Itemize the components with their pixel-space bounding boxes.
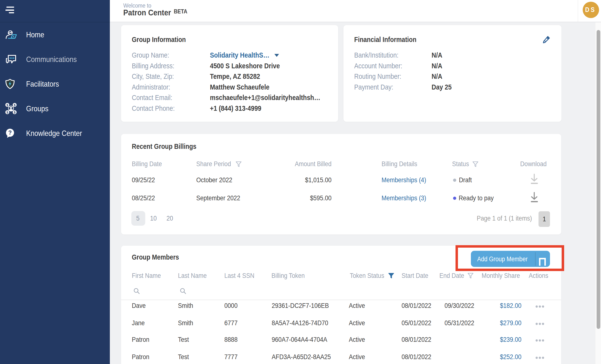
svg-text:$: $ <box>14 103 16 107</box>
svg-text:$: $ <box>6 110 8 114</box>
svg-text:$: $ <box>6 103 8 107</box>
svg-text:?: ? <box>8 130 12 136</box>
svg-text:$: $ <box>14 110 16 114</box>
